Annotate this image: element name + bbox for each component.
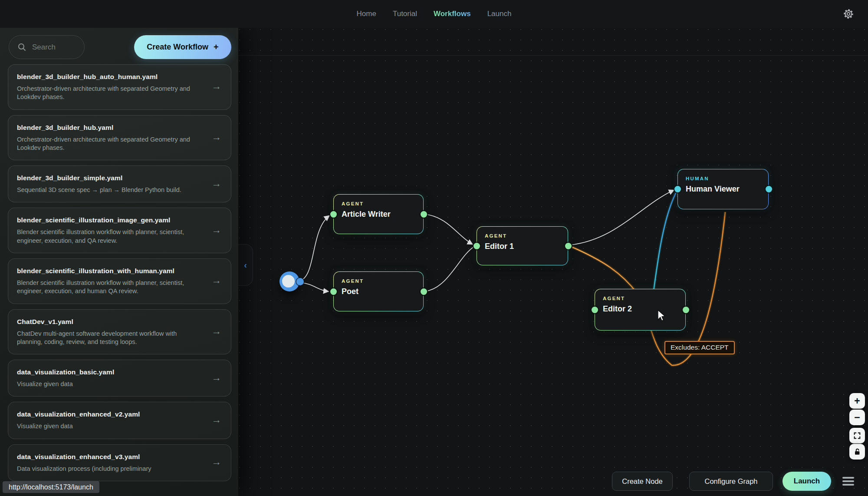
arrow-right-icon[interactable]: → xyxy=(211,275,221,287)
workflow-description: Visualize given data xyxy=(17,380,191,388)
workflow-description: Visualize given data xyxy=(17,422,191,430)
lock-button[interactable] xyxy=(849,444,865,460)
workflow-title: data_visualization_enhanced_v2.yaml xyxy=(17,410,222,418)
arrow-right-icon[interactable]: → xyxy=(211,414,221,426)
menu-button[interactable] xyxy=(842,474,857,488)
workflow-description: ChatDev multi-agent software development… xyxy=(17,330,191,347)
edge-start-article-writer[interactable] xyxy=(300,216,329,281)
node-type-label: AGENT xyxy=(342,201,415,206)
workflow-description: Blender scientific illustration workflow… xyxy=(17,228,191,245)
sidebar-collapse-handle[interactable]: ‹ xyxy=(238,244,253,286)
search-icon xyxy=(18,43,26,51)
start-node[interactable] xyxy=(279,271,299,291)
node-editor-1[interactable]: AGENT Editor 1 xyxy=(477,226,568,265)
top-navigation: Home Tutorial Workflows Launch xyxy=(0,0,868,28)
configure-graph-button[interactable]: Configure Graph xyxy=(689,472,773,491)
workflow-card[interactable]: ChatDev_v1.yaml ChatDev multi-agent soft… xyxy=(8,309,231,355)
input-port[interactable] xyxy=(330,288,337,295)
node-type-label: AGENT xyxy=(603,296,677,301)
zoom-out-icon: − xyxy=(854,412,860,423)
nav-home[interactable]: Home xyxy=(357,10,376,18)
workflow-card[interactable]: blender_scientific_illustration_with_hum… xyxy=(8,258,231,304)
input-port[interactable] xyxy=(330,211,337,218)
workflow-card[interactable]: blender_scientific_illustration_image_ge… xyxy=(8,208,231,253)
node-type-label: AGENT xyxy=(342,278,415,284)
node-article-writer[interactable]: AGENT Article Writer xyxy=(333,194,424,234)
output-port[interactable] xyxy=(421,211,427,218)
arrow-right-icon[interactable]: → xyxy=(211,178,221,189)
workflow-card[interactable]: data_visualization_basic.yaml Visualize … xyxy=(8,360,231,397)
workflow-title: blender_3d_builder_hub_auto_human.yaml xyxy=(17,73,222,81)
gear-icon xyxy=(843,8,854,20)
fit-view-icon xyxy=(853,432,861,440)
fit-view-button[interactable] xyxy=(849,428,865,443)
launch-button[interactable]: Launch xyxy=(783,472,831,491)
workflow-title: data_visualization_enhanced_v3.yaml xyxy=(17,453,222,461)
workflow-title: blender_3d_builder_hub.yaml xyxy=(17,124,222,132)
edge-start-poet[interactable] xyxy=(300,283,328,291)
edge-condition-tooltip: Excludes: ACCEPT xyxy=(664,341,735,354)
cursor-icon xyxy=(657,309,668,322)
node-title: Article Writer xyxy=(342,210,415,219)
arrow-right-icon[interactable]: → xyxy=(211,131,221,143)
node-type-label: AGENT xyxy=(485,233,560,238)
workflow-card[interactable]: blender_3d_builder_hub_auto_human.yaml O… xyxy=(8,64,231,110)
create-workflow-label: Create Workflow xyxy=(147,43,208,52)
workflow-title: data_visualization_basic.yaml xyxy=(17,368,222,376)
output-port[interactable] xyxy=(683,307,689,313)
start-node-core xyxy=(282,275,295,288)
input-port[interactable] xyxy=(592,307,598,313)
zoom-in-button[interactable]: + xyxy=(849,393,865,409)
node-poet[interactable]: AGENT Poet xyxy=(333,271,424,311)
lock-icon xyxy=(853,448,861,456)
arrow-right-icon[interactable]: → xyxy=(211,325,221,337)
search-input[interactable] xyxy=(32,43,76,52)
workflow-card[interactable]: data_visualization_enhanced_v3.yaml Data… xyxy=(8,444,231,481)
node-title: Human Viewer xyxy=(686,185,760,194)
workflow-description: Blender scientific illustration workflow… xyxy=(17,279,191,296)
workflow-sidebar: Create Workflow + blender_3d_builder_hub… xyxy=(0,28,238,496)
arrow-right-icon[interactable]: → xyxy=(211,372,221,384)
create-node-button[interactable]: Create Node xyxy=(612,472,673,491)
nav-workflows[interactable]: Workflows xyxy=(434,10,471,18)
node-title: Editor 1 xyxy=(485,242,560,251)
arrow-right-icon[interactable]: → xyxy=(211,224,221,236)
edge-article-writer-editor1[interactable] xyxy=(424,214,472,244)
search-box[interactable] xyxy=(9,35,85,59)
settings-button[interactable] xyxy=(842,7,855,20)
zoom-out-button[interactable]: − xyxy=(849,410,865,425)
workflow-description: Orchestrator-driven architecture with se… xyxy=(17,85,191,102)
output-port[interactable] xyxy=(565,243,572,249)
node-human-viewer[interactable]: HUMAN Human Viewer xyxy=(677,169,769,209)
arrow-right-icon[interactable]: → xyxy=(211,456,221,468)
plus-icon: + xyxy=(214,42,219,52)
workflow-card[interactable]: blender_3d_builder_simple.yaml Sequentia… xyxy=(8,165,231,202)
workflow-title: blender_scientific_illustration_with_hum… xyxy=(17,267,222,275)
input-port[interactable] xyxy=(473,243,480,249)
edge-editor1-human-viewer[interactable] xyxy=(570,190,674,245)
edge-teal[interactable] xyxy=(652,192,677,304)
workflow-title: ChatDev_v1.yaml xyxy=(17,318,222,326)
output-port[interactable] xyxy=(766,186,772,192)
workflow-description: Data visualization process (including pr… xyxy=(17,465,191,473)
edge-poet-editor1[interactable] xyxy=(424,247,474,291)
menu-icon xyxy=(842,477,854,479)
sidebar-toolbar: Create Workflow + xyxy=(0,28,238,62)
workflow-card[interactable]: data_visualization_enhanced_v2.yaml Visu… xyxy=(8,402,231,439)
node-title: Poet xyxy=(342,287,415,296)
nav-tutorial[interactable]: Tutorial xyxy=(393,10,417,18)
chevron-left-icon: ‹ xyxy=(244,261,247,269)
node-editor-2[interactable]: AGENT Editor 2 xyxy=(595,289,686,331)
nav-launch[interactable]: Launch xyxy=(487,10,512,18)
output-port[interactable] xyxy=(421,288,427,295)
start-node-output-port[interactable] xyxy=(296,278,304,285)
workflow-list: blender_3d_builder_hub_auto_human.yaml O… xyxy=(8,64,231,481)
arrow-right-icon[interactable]: → xyxy=(211,81,221,93)
create-workflow-button[interactable]: Create Workflow + xyxy=(134,35,231,59)
node-type-label: HUMAN xyxy=(686,176,760,181)
zoom-in-icon: + xyxy=(854,395,860,407)
workflow-title: blender_3d_builder_simple.yaml xyxy=(17,174,222,182)
status-url: http://localhost:5173/launch xyxy=(3,481,99,493)
workflow-card[interactable]: blender_3d_builder_hub.yaml Orchestrator… xyxy=(8,115,231,161)
input-port[interactable] xyxy=(674,186,681,192)
